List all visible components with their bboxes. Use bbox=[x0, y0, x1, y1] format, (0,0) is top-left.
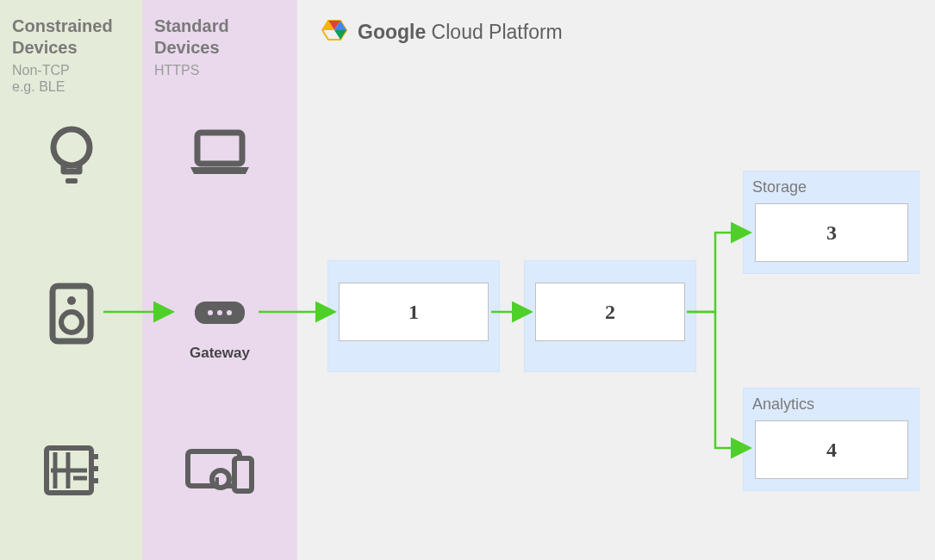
column-standard-devices: Standard Devices HTTPS Gateway bbox=[142, 0, 297, 560]
svg-point-17 bbox=[227, 310, 232, 315]
gateway-hub-icon bbox=[193, 300, 246, 329]
analytics-label: Analytics bbox=[744, 389, 919, 420]
flow-box-1: 1 bbox=[339, 283, 489, 341]
flow-box-3: 3 bbox=[755, 203, 908, 262]
speaker-icon bbox=[49, 283, 94, 348]
svg-rect-13 bbox=[197, 133, 242, 164]
lightbulb-icon bbox=[46, 125, 97, 189]
laptop-icon bbox=[185, 128, 254, 181]
svg-point-3 bbox=[67, 296, 76, 305]
svg-rect-1 bbox=[65, 178, 78, 184]
svg-rect-19 bbox=[234, 458, 252, 491]
svg-rect-11 bbox=[91, 466, 98, 471]
svg-point-20 bbox=[212, 470, 229, 488]
svg-rect-10 bbox=[91, 454, 98, 459]
svg-point-0 bbox=[53, 129, 90, 165]
svg-point-16 bbox=[217, 310, 222, 315]
gcp-title: Google Cloud Platform bbox=[321, 19, 563, 45]
gcp-brand-text: Google Cloud Platform bbox=[358, 21, 563, 44]
column-title: Constrained Devices bbox=[0, 16, 142, 59]
svg-point-15 bbox=[208, 310, 213, 315]
svg-rect-21 bbox=[215, 477, 219, 486]
flow-box-2: 2 bbox=[535, 283, 685, 341]
circuit-board-icon bbox=[42, 444, 101, 501]
column-title: Standard Devices bbox=[142, 16, 297, 59]
gcp-logo-icon bbox=[321, 19, 347, 45]
column-subtitle: Non-TCP e.g. BLE bbox=[0, 59, 142, 95]
flow-box-4: 4 bbox=[755, 420, 908, 479]
svg-point-4 bbox=[61, 312, 82, 333]
column-constrained-devices: Constrained Devices Non-TCP e.g. BLE bbox=[0, 0, 142, 560]
storage-label: Storage bbox=[744, 171, 919, 203]
multi-device-icon bbox=[184, 446, 255, 498]
column-subtitle: HTTPS bbox=[142, 59, 297, 78]
gateway-label: Gateway bbox=[142, 345, 297, 362]
svg-rect-12 bbox=[91, 478, 98, 483]
svg-marker-25 bbox=[334, 30, 346, 40]
